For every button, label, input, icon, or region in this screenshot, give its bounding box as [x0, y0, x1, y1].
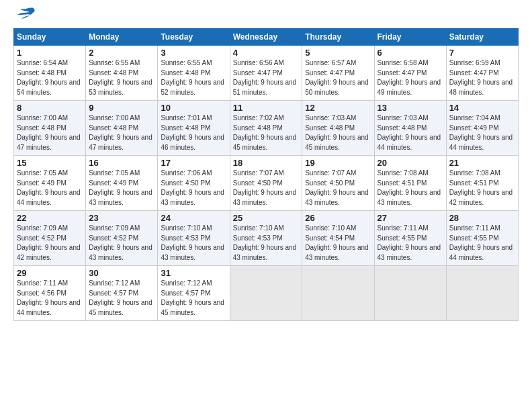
calendar-day-cell	[230, 266, 302, 321]
day-detail: Sunrise: 7:11 AM Sunset: 4:56 PM Dayligh…	[17, 279, 83, 318]
day-detail: Sunrise: 7:07 AM Sunset: 4:50 PM Dayligh…	[233, 169, 300, 208]
day-number: 7	[449, 48, 515, 58]
day-number: 10	[161, 103, 226, 113]
calendar-day-cell: 27 Sunrise: 7:11 AM Sunset: 4:55 PM Dayl…	[374, 211, 446, 266]
calendar-day-cell: 28 Sunrise: 7:11 AM Sunset: 4:55 PM Dayl…	[446, 211, 518, 266]
day-detail: Sunrise: 7:10 AM Sunset: 4:54 PM Dayligh…	[305, 224, 371, 263]
day-number: 25	[233, 213, 300, 223]
calendar-day-cell: 29 Sunrise: 7:11 AM Sunset: 4:56 PM Dayl…	[14, 266, 86, 321]
day-number: 28	[449, 213, 515, 223]
calendar-day-cell: 19 Sunrise: 7:07 AM Sunset: 4:50 PM Dayl…	[302, 156, 374, 211]
calendar-day-cell: 7 Sunrise: 6:59 AM Sunset: 4:47 PM Dayli…	[446, 46, 518, 101]
day-detail: Sunrise: 6:57 AM Sunset: 4:47 PM Dayligh…	[305, 58, 371, 97]
calendar-day-cell: 17 Sunrise: 7:06 AM Sunset: 4:50 PM Dayl…	[158, 156, 230, 211]
calendar-week-row: 15 Sunrise: 7:05 AM Sunset: 4:49 PM Dayl…	[14, 156, 519, 211]
logo-bird-icon	[15, 7, 36, 21]
day-detail: Sunrise: 7:02 AM Sunset: 4:48 PM Dayligh…	[233, 113, 300, 152]
day-detail: Sunrise: 7:08 AM Sunset: 4:51 PM Dayligh…	[378, 169, 443, 208]
page: SundayMondayTuesdayWednesdayThursdayFrid…	[0, 0, 532, 411]
calendar-week-row: 22 Sunrise: 7:09 AM Sunset: 4:52 PM Dayl…	[14, 211, 519, 266]
calendar-day-cell: 5 Sunrise: 6:57 AM Sunset: 4:47 PM Dayli…	[302, 46, 374, 101]
day-number: 30	[89, 268, 154, 278]
day-number: 17	[161, 158, 226, 168]
day-detail: Sunrise: 7:08 AM Sunset: 4:51 PM Dayligh…	[449, 169, 515, 208]
day-number: 21	[449, 158, 515, 168]
day-detail: Sunrise: 7:12 AM Sunset: 4:57 PM Dayligh…	[89, 279, 154, 318]
calendar-day-cell: 25 Sunrise: 7:10 AM Sunset: 4:53 PM Dayl…	[230, 211, 302, 266]
day-number: 20	[378, 158, 443, 168]
day-detail: Sunrise: 7:00 AM Sunset: 4:48 PM Dayligh…	[17, 113, 83, 152]
day-number: 14	[449, 103, 515, 113]
calendar-day-cell: 26 Sunrise: 7:10 AM Sunset: 4:54 PM Dayl…	[302, 211, 374, 266]
day-number: 1	[17, 48, 83, 58]
calendar-day-cell: 15 Sunrise: 7:05 AM Sunset: 4:49 PM Dayl…	[14, 156, 86, 211]
calendar-day-cell: 4 Sunrise: 6:56 AM Sunset: 4:47 PM Dayli…	[230, 46, 302, 101]
day-number: 11	[233, 103, 300, 113]
day-detail: Sunrise: 7:11 AM Sunset: 4:55 PM Dayligh…	[449, 224, 515, 263]
calendar-day-header: Tuesday	[158, 29, 230, 46]
calendar-day-cell: 16 Sunrise: 7:05 AM Sunset: 4:49 PM Dayl…	[86, 156, 158, 211]
day-detail: Sunrise: 7:12 AM Sunset: 4:57 PM Dayligh…	[161, 279, 226, 318]
day-detail: Sunrise: 6:55 AM Sunset: 4:48 PM Dayligh…	[161, 58, 226, 97]
day-number: 6	[378, 48, 443, 58]
calendar-day-cell	[302, 266, 374, 321]
day-detail: Sunrise: 7:06 AM Sunset: 4:50 PM Dayligh…	[161, 169, 226, 208]
calendar-day-cell: 11 Sunrise: 7:02 AM Sunset: 4:48 PM Dayl…	[230, 101, 302, 156]
day-detail: Sunrise: 6:55 AM Sunset: 4:48 PM Dayligh…	[89, 58, 154, 97]
day-detail: Sunrise: 7:01 AM Sunset: 4:48 PM Dayligh…	[161, 113, 226, 152]
calendar-day-cell: 8 Sunrise: 7:00 AM Sunset: 4:48 PM Dayli…	[14, 101, 86, 156]
day-detail: Sunrise: 7:04 AM Sunset: 4:49 PM Dayligh…	[449, 113, 515, 152]
calendar-day-cell: 3 Sunrise: 6:55 AM Sunset: 4:48 PM Dayli…	[158, 46, 230, 101]
calendar-day-cell: 24 Sunrise: 7:10 AM Sunset: 4:53 PM Dayl…	[158, 211, 230, 266]
calendar-day-cell: 31 Sunrise: 7:12 AM Sunset: 4:57 PM Dayl…	[158, 266, 230, 321]
day-detail: Sunrise: 7:10 AM Sunset: 4:53 PM Dayligh…	[161, 224, 226, 263]
calendar-day-cell: 23 Sunrise: 7:09 AM Sunset: 4:52 PM Dayl…	[86, 211, 158, 266]
calendar-day-cell: 18 Sunrise: 7:07 AM Sunset: 4:50 PM Dayl…	[230, 156, 302, 211]
day-detail: Sunrise: 6:59 AM Sunset: 4:47 PM Dayligh…	[449, 58, 515, 97]
day-detail: Sunrise: 7:07 AM Sunset: 4:50 PM Dayligh…	[305, 169, 371, 208]
calendar-day-header: Wednesday	[230, 29, 302, 46]
day-number: 22	[17, 213, 83, 223]
day-number: 23	[89, 213, 154, 223]
day-detail: Sunrise: 7:09 AM Sunset: 4:52 PM Dayligh…	[89, 224, 154, 263]
day-detail: Sunrise: 6:56 AM Sunset: 4:47 PM Dayligh…	[233, 58, 300, 97]
day-detail: Sunrise: 7:00 AM Sunset: 4:48 PM Dayligh…	[89, 113, 154, 152]
day-detail: Sunrise: 7:11 AM Sunset: 4:55 PM Dayligh…	[378, 224, 443, 263]
day-detail: Sunrise: 7:03 AM Sunset: 4:48 PM Dayligh…	[378, 113, 443, 152]
day-number: 8	[17, 103, 83, 113]
calendar-day-header: Sunday	[14, 29, 86, 46]
day-number: 16	[89, 158, 154, 168]
day-number: 27	[378, 213, 443, 223]
calendar-day-cell	[446, 266, 518, 321]
calendar-day-header: Monday	[86, 29, 158, 46]
calendar-day-cell: 30 Sunrise: 7:12 AM Sunset: 4:57 PM Dayl…	[86, 266, 158, 321]
day-detail: Sunrise: 6:54 AM Sunset: 4:48 PM Dayligh…	[17, 58, 83, 97]
calendar-day-header: Saturday	[446, 29, 518, 46]
calendar-day-cell: 1 Sunrise: 6:54 AM Sunset: 4:48 PM Dayli…	[14, 46, 86, 101]
calendar-week-row: 29 Sunrise: 7:11 AM Sunset: 4:56 PM Dayl…	[14, 266, 519, 321]
calendar-day-cell: 21 Sunrise: 7:08 AM Sunset: 4:51 PM Dayl…	[446, 156, 518, 211]
day-number: 3	[161, 48, 226, 58]
day-number: 2	[89, 48, 154, 58]
day-number: 26	[305, 213, 371, 223]
day-number: 5	[305, 48, 371, 58]
calendar-day-cell: 13 Sunrise: 7:03 AM Sunset: 4:48 PM Dayl…	[374, 101, 446, 156]
day-number: 13	[378, 103, 443, 113]
calendar-header-row: SundayMondayTuesdayWednesdayThursdayFrid…	[14, 29, 519, 46]
day-number: 9	[89, 103, 154, 113]
calendar-day-cell: 6 Sunrise: 6:58 AM Sunset: 4:47 PM Dayli…	[374, 46, 446, 101]
day-detail: Sunrise: 7:05 AM Sunset: 4:49 PM Dayligh…	[89, 169, 154, 208]
calendar-day-cell: 2 Sunrise: 6:55 AM Sunset: 4:48 PM Dayli…	[86, 46, 158, 101]
day-detail: Sunrise: 7:05 AM Sunset: 4:49 PM Dayligh…	[17, 169, 83, 208]
logo	[13, 12, 36, 21]
day-number: 12	[305, 103, 371, 113]
day-number: 18	[233, 158, 300, 168]
day-detail: Sunrise: 7:03 AM Sunset: 4:48 PM Dayligh…	[305, 113, 371, 152]
day-detail: Sunrise: 6:58 AM Sunset: 4:47 PM Dayligh…	[378, 58, 443, 97]
calendar-day-cell: 10 Sunrise: 7:01 AM Sunset: 4:48 PM Dayl…	[158, 101, 230, 156]
calendar-day-cell: 12 Sunrise: 7:03 AM Sunset: 4:48 PM Dayl…	[302, 101, 374, 156]
day-number: 31	[161, 268, 226, 278]
calendar-day-cell: 20 Sunrise: 7:08 AM Sunset: 4:51 PM Dayl…	[374, 156, 446, 211]
calendar-day-header: Thursday	[302, 29, 374, 46]
calendar-day-header: Friday	[374, 29, 446, 46]
